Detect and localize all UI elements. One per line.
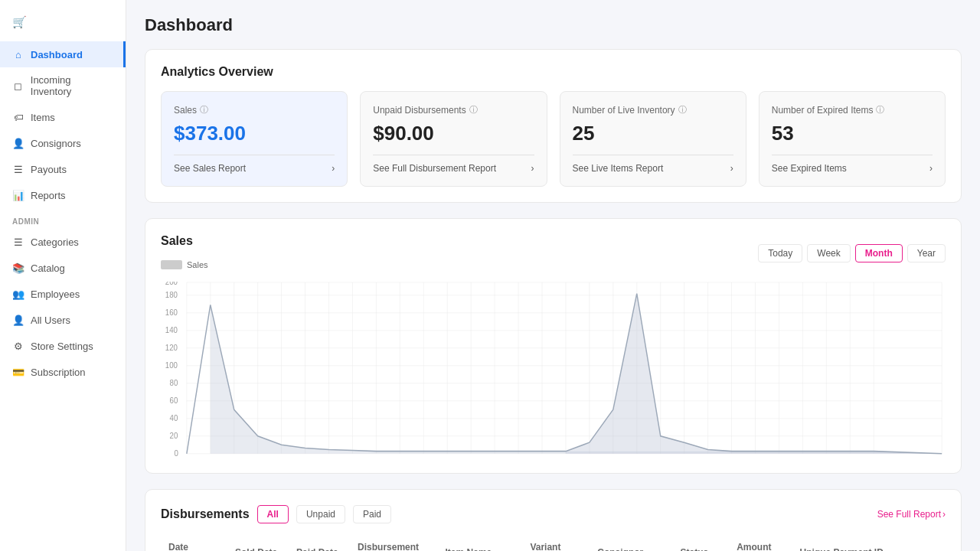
- consignors-icon: 👤: [12, 137, 24, 149]
- sidebar-item-label: Dashboard: [31, 49, 83, 60]
- sidebar-item-all-users[interactable]: 👤 All Users: [0, 307, 126, 333]
- col-variant-sku: Variant SKU: [522, 536, 590, 551]
- live-inventory-link[interactable]: See Live Items Report ›: [573, 155, 733, 174]
- sidebar-item-incoming-inventory[interactable]: ◻ Incoming Inventory: [0, 67, 126, 104]
- sales-info-icon[interactable]: ⓘ: [200, 104, 208, 116]
- sales-card: Sales ⓘ $373.00 See Sales Report ›: [161, 91, 348, 187]
- sidebar-item-payouts[interactable]: ☰ Payouts: [0, 156, 126, 182]
- all-users-icon: 👤: [12, 314, 24, 326]
- col-item-name: Item Name: [438, 536, 523, 551]
- sidebar-item-employees[interactable]: 👥 Employees: [0, 281, 126, 307]
- unpaid-card-value: $90.00: [373, 122, 534, 145]
- col-status: Status: [673, 536, 730, 551]
- expired-label: Number of Expired Items ⓘ: [772, 104, 933, 116]
- live-inventory-value: 25: [573, 122, 733, 145]
- svg-text:40: 40: [170, 414, 178, 422]
- svg-text:100: 100: [165, 361, 178, 370]
- sales-card-label: Sales ⓘ: [174, 104, 335, 116]
- sidebar-item-store-settings[interactable]: ⚙ Store Settings: [0, 333, 126, 359]
- svg-text:0: 0: [174, 449, 178, 458]
- disbursements-table: Date Issued Sold Date Paid Date Disburse…: [161, 536, 946, 551]
- filter-all-btn[interactable]: All: [257, 505, 289, 523]
- employees-icon: 👥: [12, 288, 24, 300]
- unpaid-info-icon[interactable]: ⓘ: [469, 104, 478, 116]
- time-btn-month[interactable]: Month: [855, 244, 903, 262]
- col-disbursement-id: Disbursement ID: [350, 536, 437, 551]
- live-inventory-card: Number of Live Inventory ⓘ 25 See Live I…: [560, 91, 746, 187]
- chevron-right-icon: ›: [929, 163, 933, 174]
- time-btn-today[interactable]: Today: [758, 244, 802, 262]
- sales-card-link[interactable]: See Sales Report ›: [174, 155, 335, 174]
- legend-label: Sales: [187, 260, 208, 269]
- sidebar-item-categories[interactable]: ☰ Categories: [0, 229, 126, 255]
- sidebar-item-label: Catalog: [31, 262, 65, 274]
- analytics-overview-section: Analytics Overview Sales ⓘ $373.00 See S…: [145, 49, 962, 203]
- live-inventory-info-icon[interactable]: ⓘ: [678, 104, 687, 116]
- analytics-cards-row: Sales ⓘ $373.00 See Sales Report › Unpai…: [161, 91, 946, 187]
- time-btn-week[interactable]: Week: [807, 244, 850, 262]
- reports-icon: 📊: [12, 189, 24, 201]
- sales-chart-area: 0 20 40 60 80 100 120 140 160 180 200: [161, 282, 946, 458]
- table-header-row: Date Issued Sold Date Paid Date Disburse…: [161, 536, 946, 551]
- sidebar-item-consignors[interactable]: 👤 Consignors: [0, 130, 126, 156]
- live-inventory-label: Number of Live Inventory ⓘ: [573, 104, 733, 116]
- svg-text:20: 20: [170, 432, 178, 440]
- chevron-right-icon: ›: [531, 163, 534, 174]
- sidebar-item-label: All Users: [31, 315, 70, 326]
- store-settings-icon: ⚙: [12, 340, 24, 352]
- sales-chart-title-group: Sales Sales: [161, 234, 208, 272]
- expired-link[interactable]: See Expired Items ›: [772, 155, 933, 174]
- col-date-issued: Date Issued: [161, 536, 227, 551]
- sidebar-item-subscription[interactable]: 💳 Subscription: [0, 359, 126, 385]
- col-paid-date: Paid Date: [289, 536, 350, 551]
- chart-legend: Sales: [161, 260, 208, 269]
- sidebar-item-items[interactable]: 🏷 Items: [0, 104, 126, 130]
- admin-section-label: ADMIN: [0, 208, 126, 229]
- dashboard-icon: ⌂: [12, 48, 24, 60]
- sales-card-value: $373.00: [174, 122, 335, 145]
- svg-text:80: 80: [170, 379, 178, 387]
- analytics-section-title: Analytics Overview: [161, 65, 946, 79]
- disbursements-title-row: Disbursements All Unpaid Paid: [161, 505, 391, 523]
- unpaid-card-label: Unpaid Disbursements ⓘ: [373, 104, 534, 116]
- svg-marker-53: [187, 305, 942, 453]
- filter-paid-btn[interactable]: Paid: [353, 505, 391, 523]
- disbursements-title: Disbursements: [161, 507, 250, 521]
- svg-text:60: 60: [170, 396, 178, 405]
- filter-unpaid-btn[interactable]: Unpaid: [296, 505, 345, 523]
- sidebar-item-dashboard[interactable]: ⌂ Dashboard: [0, 41, 126, 67]
- sidebar-item-label: Payouts: [31, 164, 67, 175]
- col-payment-id: Unique Payment ID: [792, 536, 946, 551]
- sidebar-item-reports[interactable]: 📊 Reports: [0, 182, 126, 208]
- expired-info-icon[interactable]: ⓘ: [876, 104, 884, 116]
- see-full-report-link[interactable]: See Full Report ›: [877, 509, 946, 520]
- sidebar-item-label: Consignors: [31, 138, 81, 149]
- chevron-right-icon: ›: [730, 163, 733, 174]
- svg-text:180: 180: [165, 291, 178, 299]
- svg-text:120: 120: [165, 344, 178, 352]
- col-amount: Amount ($): [729, 536, 792, 551]
- expired-value: 53: [772, 122, 933, 145]
- categories-icon: ☰: [12, 236, 24, 248]
- subscription-icon: 💳: [12, 366, 24, 378]
- items-icon: 🏷: [12, 111, 24, 123]
- sidebar-item-label: Items: [31, 112, 55, 123]
- svg-text:160: 160: [165, 308, 178, 317]
- main-content: Dashboard Analytics Overview Sales ⓘ $37…: [126, 0, 980, 551]
- unpaid-card-link[interactable]: See Full Disbursement Report ›: [373, 155, 534, 174]
- chevron-right-icon: ›: [332, 163, 335, 174]
- sidebar-item-catalog[interactable]: 📚 Catalog: [0, 255, 126, 281]
- time-btn-year[interactable]: Year: [907, 244, 946, 262]
- expired-items-card: Number of Expired Items ⓘ 53 See Expired…: [759, 91, 946, 187]
- chevron-right-icon: ›: [942, 509, 946, 520]
- catalog-icon: 📚: [12, 262, 24, 274]
- time-filter-buttons: Today Week Month Year: [758, 244, 946, 262]
- svg-text:200: 200: [165, 282, 178, 286]
- sidebar-item-label: Employees: [31, 289, 80, 300]
- page-title: Dashboard: [145, 15, 962, 35]
- payouts-icon: ☰: [12, 163, 24, 175]
- sales-chart-title: Sales: [161, 234, 208, 248]
- sidebar-item-label: Categories: [31, 236, 79, 248]
- sales-chart-svg: 0 20 40 60 80 100 120 140 160 180 200: [161, 282, 946, 458]
- sidebar: 🛒 ⌂ Dashboard ◻ Incoming Inventory 🏷 Ite…: [0, 0, 126, 551]
